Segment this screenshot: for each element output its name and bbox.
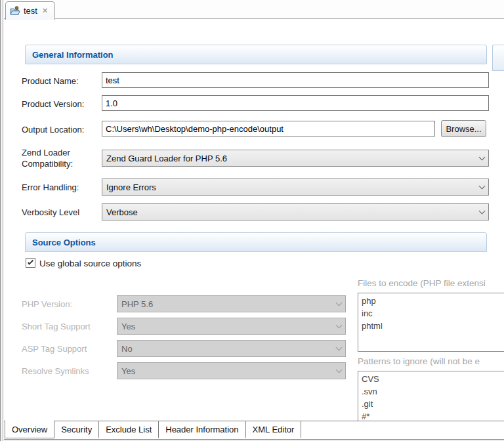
left-view-border — [0, 0, 3, 441]
zend-loader-value: Zend Guard Loader for PHP 5.6 — [106, 154, 480, 163]
error-handling-combobox[interactable]: Ignore Errors — [102, 178, 489, 196]
tab-xml-editor[interactable]: XML Editor — [246, 421, 302, 438]
php-version-value: PHP 5.6 — [121, 299, 337, 309]
list-item[interactable]: .git — [358, 398, 504, 410]
files-to-encode-list[interactable]: php inc phtml — [358, 293, 504, 352]
chevron-down-icon — [336, 299, 343, 306]
verbosity-label: Verbosity Level — [22, 207, 79, 217]
short-tag-label: Short Tag Support — [22, 322, 91, 331]
editor-tab-test[interactable]: test ✕ — [5, 1, 55, 20]
zend-loader-combobox[interactable]: Zend Guard Loader for PHP 5.6 — [102, 150, 489, 167]
cut-off-section-header — [492, 45, 504, 71]
tab-security[interactable]: Security — [54, 421, 99, 438]
bottom-tab-strip: Overview Security Exclude List Header In… — [4, 421, 504, 441]
zend-loader-label-line1: Zend Loader — [22, 147, 73, 158]
patterns-to-ignore-list[interactable]: CVS .svn .git #* — [358, 371, 504, 423]
editor-tab-title: test — [24, 6, 37, 16]
use-global-checkbox[interactable] — [26, 258, 35, 268]
bottom-tabs: Overview Security Exclude List Header In… — [5, 421, 301, 438]
chevron-down-icon — [479, 154, 486, 160]
php-version-combobox: PHP 5.6 — [117, 295, 346, 312]
zend-loader-label-line2: Compatibility: — [22, 158, 73, 169]
product-version-input[interactable] — [102, 95, 489, 111]
chevron-down-icon — [336, 322, 343, 328]
bottom-strip-line — [4, 439, 504, 440]
section-title-general: General Information — [32, 50, 114, 60]
files-to-encode-label: Files to encode (PHP file extensi — [358, 278, 486, 288]
list-item[interactable]: phtml — [358, 320, 504, 332]
editor-tab-bar: test ✕ — [4, 0, 504, 19]
asp-tag-combobox: No — [117, 340, 346, 357]
asp-tag-value: No — [121, 344, 337, 354]
chevron-down-icon — [479, 182, 486, 189]
asp-tag-label: ASP Tag Support — [22, 344, 87, 354]
chevron-down-icon — [336, 344, 343, 350]
project-folder-icon — [10, 6, 20, 16]
error-handling-value: Ignore Errors — [106, 182, 480, 192]
php-version-label: PHP Version: — [22, 299, 72, 309]
browse-button[interactable]: Browse... — [441, 120, 486, 137]
output-location-input[interactable] — [102, 121, 435, 136]
use-global-label: Use global source options — [39, 259, 141, 268]
list-item[interactable]: CVS — [358, 373, 504, 385]
chevron-down-icon — [479, 207, 486, 214]
verbosity-combobox[interactable]: Verbose — [102, 203, 489, 220]
short-tag-value: Yes — [121, 322, 337, 331]
section-header-general: General Information — [25, 45, 487, 64]
product-version-label: Product Version: — [22, 99, 84, 109]
section-header-source: Source Options — [25, 232, 487, 252]
short-tag-combobox: Yes — [117, 318, 346, 335]
output-location-label: Output Location: — [22, 125, 84, 135]
checkmark-icon — [28, 259, 33, 264]
close-icon[interactable]: ✕ — [41, 7, 49, 15]
resolve-symlinks-combobox: Yes — [117, 362, 346, 379]
product-name-input[interactable] — [102, 72, 489, 88]
list-item[interactable]: .svn — [358, 385, 504, 398]
verbosity-value: Verbose — [106, 207, 480, 217]
product-name-label: Product Name: — [22, 76, 79, 86]
resolve-symlinks-label: Resolve Symlinks — [22, 366, 89, 376]
error-handling-label: Error Handling: — [22, 182, 79, 192]
list-item[interactable]: inc — [358, 307, 504, 320]
tab-exclude-list[interactable]: Exclude List — [99, 421, 159, 438]
resolve-symlinks-value: Yes — [121, 366, 337, 376]
chevron-down-icon — [336, 366, 343, 373]
section-title-source: Source Options — [32, 238, 96, 247]
patterns-to-ignore-label: Patterns to ignore (will not be e — [358, 356, 480, 366]
tab-overview[interactable]: Overview — [5, 421, 54, 438]
list-item[interactable]: php — [358, 295, 504, 307]
zend-loader-label: Zend Loader Compatibility: — [22, 147, 73, 169]
tab-header-information[interactable]: Header Information — [159, 421, 245, 438]
